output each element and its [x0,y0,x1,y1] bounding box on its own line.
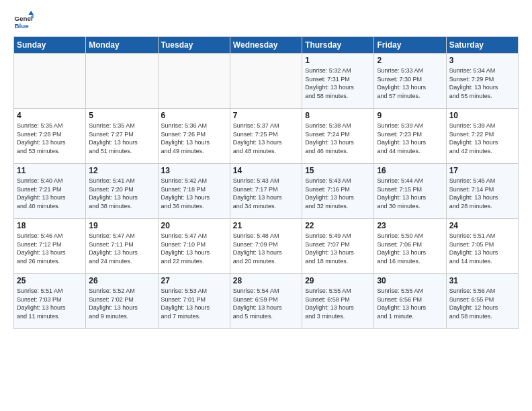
calendar-cell: 18Sunrise: 5:46 AM Sunset: 7:12 PM Dayli… [14,219,86,274]
day-number: 2 [377,56,443,65]
day-info: Sunrise: 5:35 AM Sunset: 7:27 PM Dayligh… [89,122,154,155]
day-number: 5 [89,111,154,120]
calendar-cell: 16Sunrise: 5:44 AM Sunset: 7:15 PM Dayli… [374,164,446,219]
day-number: 24 [449,221,515,230]
calendar-cell: 8Sunrise: 5:38 AM Sunset: 7:24 PM Daylig… [302,109,374,164]
day-number: 20 [161,221,227,230]
day-info: Sunrise: 5:55 AM Sunset: 6:56 PM Dayligh… [377,287,443,320]
day-number: 7 [233,111,299,120]
day-info: Sunrise: 5:50 AM Sunset: 7:06 PM Dayligh… [377,232,443,265]
day-info: Sunrise: 5:44 AM Sunset: 7:15 PM Dayligh… [377,177,443,210]
day-number: 4 [17,111,83,120]
weekday-header-tuesday: Tuesday [158,37,230,54]
day-number: 16 [377,166,443,175]
day-info: Sunrise: 5:43 AM Sunset: 7:17 PM Dayligh… [233,177,299,210]
calendar-cell: 27Sunrise: 5:53 AM Sunset: 7:01 PM Dayli… [158,274,230,329]
day-number: 17 [449,166,515,175]
day-number: 28 [233,276,299,285]
svg-text:Blue: Blue [15,22,30,30]
day-info: Sunrise: 5:41 AM Sunset: 7:20 PM Dayligh… [89,177,154,210]
weekday-header-friday: Friday [374,37,446,54]
day-info: Sunrise: 5:54 AM Sunset: 6:59 PM Dayligh… [233,287,299,320]
day-info: Sunrise: 5:47 AM Sunset: 7:11 PM Dayligh… [89,232,154,265]
day-number: 6 [161,111,227,120]
header: General Blue [13,11,519,31]
day-info: Sunrise: 5:36 AM Sunset: 7:26 PM Dayligh… [161,122,227,155]
weekday-header-monday: Monday [86,37,158,54]
day-number: 27 [161,276,227,285]
calendar-cell: 25Sunrise: 5:51 AM Sunset: 7:03 PM Dayli… [14,274,86,329]
calendar-cell: 13Sunrise: 5:42 AM Sunset: 7:18 PM Dayli… [158,164,230,219]
day-info: Sunrise: 5:48 AM Sunset: 7:09 PM Dayligh… [233,232,299,265]
day-info: Sunrise: 5:56 AM Sunset: 6:55 PM Dayligh… [449,287,515,320]
day-info: Sunrise: 5:39 AM Sunset: 7:22 PM Dayligh… [449,122,515,155]
calendar-table: SundayMondayTuesdayWednesdayThursdayFrid… [13,36,519,329]
calendar-cell: 17Sunrise: 5:45 AM Sunset: 7:14 PM Dayli… [446,164,518,219]
day-number: 19 [89,221,154,230]
day-number: 25 [17,276,83,285]
day-number: 13 [161,166,227,175]
day-info: Sunrise: 5:49 AM Sunset: 7:07 PM Dayligh… [305,232,371,265]
day-number: 21 [233,221,299,230]
day-number: 12 [89,166,154,175]
day-number: 14 [233,166,299,175]
day-info: Sunrise: 5:37 AM Sunset: 7:25 PM Dayligh… [233,122,299,155]
day-info: Sunrise: 5:53 AM Sunset: 7:01 PM Dayligh… [161,287,227,320]
day-info: Sunrise: 5:52 AM Sunset: 7:02 PM Dayligh… [89,287,154,320]
day-number: 26 [89,276,154,285]
day-info: Sunrise: 5:32 AM Sunset: 7:31 PM Dayligh… [305,66,371,100]
calendar-cell: 24Sunrise: 5:51 AM Sunset: 7:05 PM Dayli… [446,219,518,274]
calendar-cell: 5Sunrise: 5:35 AM Sunset: 7:27 PM Daylig… [86,109,158,164]
day-number: 18 [17,221,83,230]
calendar-cell [86,54,158,109]
day-number: 23 [377,221,443,230]
calendar-cell: 9Sunrise: 5:39 AM Sunset: 7:23 PM Daylig… [374,109,446,164]
weekday-header-sunday: Sunday [14,37,86,54]
calendar-cell: 10Sunrise: 5:39 AM Sunset: 7:22 PM Dayli… [446,109,518,164]
calendar-cell: 22Sunrise: 5:49 AM Sunset: 7:07 PM Dayli… [302,219,374,274]
calendar-cell: 7Sunrise: 5:37 AM Sunset: 7:25 PM Daylig… [230,109,302,164]
day-info: Sunrise: 5:33 AM Sunset: 7:30 PM Dayligh… [377,66,443,100]
day-number: 9 [377,111,443,120]
day-number: 30 [377,276,443,285]
day-info: Sunrise: 5:47 AM Sunset: 7:10 PM Dayligh… [161,232,227,265]
day-info: Sunrise: 5:51 AM Sunset: 7:03 PM Dayligh… [17,287,83,320]
day-info: Sunrise: 5:46 AM Sunset: 7:12 PM Dayligh… [17,232,83,265]
day-number: 22 [305,221,371,230]
calendar-cell: 21Sunrise: 5:48 AM Sunset: 7:09 PM Dayli… [230,219,302,274]
logo-icon: General Blue [13,11,34,31]
calendar-cell [158,54,230,109]
day-number: 15 [305,166,371,175]
calendar-cell: 19Sunrise: 5:47 AM Sunset: 7:11 PM Dayli… [86,219,158,274]
svg-marker-2 [29,11,34,15]
calendar-cell: 23Sunrise: 5:50 AM Sunset: 7:06 PM Dayli… [374,219,446,274]
day-number: 10 [449,111,515,120]
svg-text:General: General [15,15,34,22]
calendar-cell: 2Sunrise: 5:33 AM Sunset: 7:30 PM Daylig… [374,54,446,109]
day-info: Sunrise: 5:34 AM Sunset: 7:29 PM Dayligh… [449,66,515,100]
day-info: Sunrise: 5:40 AM Sunset: 7:21 PM Dayligh… [17,177,83,210]
day-number: 31 [449,276,515,285]
calendar-cell: 14Sunrise: 5:43 AM Sunset: 7:17 PM Dayli… [230,164,302,219]
day-number: 3 [449,56,515,65]
calendar-cell: 31Sunrise: 5:56 AM Sunset: 6:55 PM Dayli… [446,274,518,329]
day-info: Sunrise: 5:38 AM Sunset: 7:24 PM Dayligh… [305,122,371,155]
calendar-cell: 26Sunrise: 5:52 AM Sunset: 7:02 PM Dayli… [86,274,158,329]
day-number: 11 [17,166,83,175]
calendar-cell: 3Sunrise: 5:34 AM Sunset: 7:29 PM Daylig… [446,54,518,109]
weekday-header-thursday: Thursday [302,37,374,54]
calendar-cell: 4Sunrise: 5:35 AM Sunset: 7:28 PM Daylig… [14,109,86,164]
calendar-cell: 11Sunrise: 5:40 AM Sunset: 7:21 PM Dayli… [14,164,86,219]
weekday-header-saturday: Saturday [446,37,518,54]
weekday-header-wednesday: Wednesday [230,37,302,54]
calendar-cell: 20Sunrise: 5:47 AM Sunset: 7:10 PM Dayli… [158,219,230,274]
calendar-cell: 30Sunrise: 5:55 AM Sunset: 6:56 PM Dayli… [374,274,446,329]
logo: General Blue [13,11,34,31]
day-info: Sunrise: 5:55 AM Sunset: 6:58 PM Dayligh… [305,287,371,320]
day-number: 1 [305,56,371,65]
calendar-cell: 28Sunrise: 5:54 AM Sunset: 6:59 PM Dayli… [230,274,302,329]
calendar-cell: 15Sunrise: 5:43 AM Sunset: 7:16 PM Dayli… [302,164,374,219]
calendar-cell [14,54,86,109]
day-info: Sunrise: 5:45 AM Sunset: 7:14 PM Dayligh… [449,177,515,210]
calendar-cell: 12Sunrise: 5:41 AM Sunset: 7:20 PM Dayli… [86,164,158,219]
